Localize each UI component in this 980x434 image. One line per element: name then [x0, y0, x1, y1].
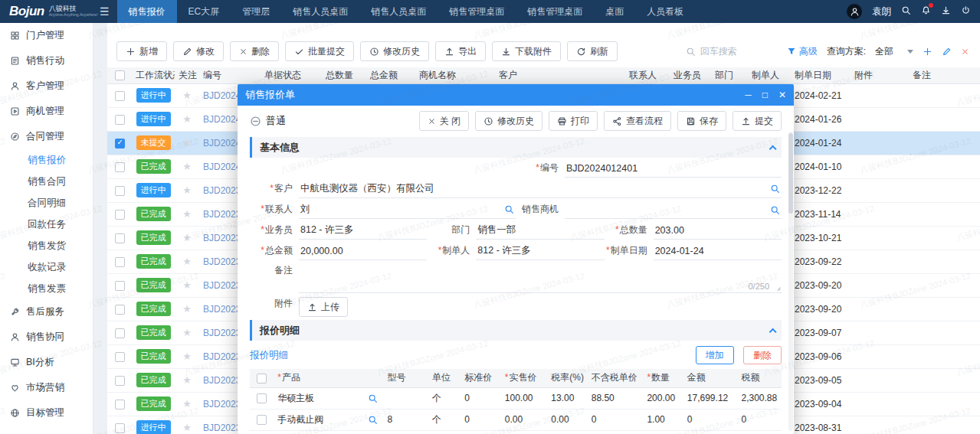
delete-plan-icon[interactable]: [961, 47, 969, 56]
download-center-icon[interactable]: [941, 5, 951, 18]
modal-titlebar[interactable]: 销售报价单 ─ □ ✕: [238, 84, 794, 106]
nav-tab-4[interactable]: 销售人员桌面: [359, 0, 438, 23]
add-button[interactable]: 新增: [116, 41, 167, 61]
remark-input[interactable]: 0/250: [299, 264, 782, 293]
opportunity-field[interactable]: [565, 203, 782, 219]
follow-star-icon[interactable]: ★: [182, 90, 192, 101]
follow-star-icon[interactable]: ★: [182, 351, 192, 362]
edit-button[interactable]: 修改: [173, 41, 224, 61]
delete-button[interactable]: 删除: [230, 41, 279, 61]
customer-field[interactable]: 中航电测仪器（西安）有限公司: [299, 181, 782, 198]
sidebar-item-bi[interactable]: BI分析: [0, 350, 93, 375]
sidebar-item-portal[interactable]: 门户管理: [0, 23, 93, 48]
search-icon[interactable]: [770, 184, 780, 194]
contact-field[interactable]: 刘: [299, 202, 516, 219]
follow-star-icon[interactable]: ★: [182, 113, 192, 125]
priority-indicator[interactable]: 普通: [250, 114, 286, 128]
sidebar-item-sales-invoice[interactable]: 销售发票: [0, 278, 93, 299]
follow-star-icon[interactable]: ★: [182, 161, 192, 172]
nav-tab-6[interactable]: 销售管理桌面: [516, 0, 594, 23]
modify-history-button[interactable]: 修改历史: [475, 111, 542, 131]
row-checkbox[interactable]: [115, 233, 125, 243]
nav-tab-3[interactable]: 销售人员桌面: [281, 0, 359, 23]
nav-tab-1[interactable]: EC大屏: [177, 0, 231, 23]
submit-button[interactable]: 提交: [733, 111, 782, 131]
amount-field[interactable]: 20,000.00: [299, 244, 427, 260]
notification-bell-icon[interactable]: [921, 5, 931, 18]
batch-submit-button[interactable]: 批量提交: [285, 41, 354, 61]
sidebar-item-customer[interactable]: 客户管理: [0, 73, 93, 99]
nav-tab-7[interactable]: 桌面: [594, 0, 635, 23]
print-button[interactable]: 打印: [549, 111, 598, 131]
close-icon[interactable]: ✕: [778, 90, 786, 100]
row-checkbox[interactable]: [115, 115, 125, 125]
row-checkbox[interactable]: [115, 257, 125, 267]
detail-row-checkbox[interactable]: [257, 393, 267, 403]
row-checkbox[interactable]: [115, 352, 125, 362]
product-search-icon[interactable]: [368, 415, 378, 425]
delete-row-button[interactable]: 删除: [743, 346, 782, 364]
power-icon[interactable]: [961, 5, 971, 18]
dept-field[interactable]: 销售一部: [476, 223, 604, 240]
row-checkbox[interactable]: [115, 400, 125, 410]
save-button[interactable]: 保存: [677, 111, 726, 131]
sidebar-item-sales-contract[interactable]: 销售合同: [0, 171, 93, 192]
row-checkbox[interactable]: [115, 91, 125, 101]
row-checkbox[interactable]: [115, 186, 125, 196]
detail-row-checkbox[interactable]: [257, 415, 267, 425]
sidebar-item-sales-quote[interactable]: 销售报价: [0, 149, 93, 171]
collapse-chevron-icon[interactable]: [769, 145, 777, 153]
code-field[interactable]: BJD2024012401: [565, 162, 782, 178]
modify-history-button[interactable]: 修改历史: [360, 41, 429, 61]
download-attachment-button[interactable]: 下载附件: [492, 41, 561, 61]
follow-star-icon[interactable]: ★: [182, 374, 192, 386]
select-all-checkbox[interactable]: [115, 70, 125, 80]
nav-tab-2[interactable]: 管理层: [231, 0, 281, 23]
detail-row[interactable]: 华硕主板个0100.0013.0088.50200.0017,699.122,3…: [250, 387, 782, 409]
follow-star-icon[interactable]: ★: [182, 398, 192, 410]
sidebar-item-target[interactable]: 目标管理: [0, 400, 93, 426]
export-button[interactable]: 导出: [435, 41, 486, 61]
maximize-icon[interactable]: □: [762, 90, 768, 100]
add-row-button[interactable]: 增加: [696, 346, 734, 364]
section-basic-info[interactable]: 基本信息: [250, 137, 782, 158]
sidebar-item-aftersale[interactable]: 售后服务: [0, 299, 93, 325]
section-quote-detail[interactable]: 报价明细: [250, 320, 782, 341]
detail-row[interactable]: 手动截止阀8个00.000.0001.0000: [250, 409, 782, 430]
sidebar-item-payback-task[interactable]: 回款任务: [0, 214, 93, 235]
sidebar-item-marketing[interactable]: 市场营销: [0, 375, 93, 400]
row-checkbox[interactable]: [115, 281, 125, 291]
refresh-button[interactable]: 刷新: [567, 41, 618, 61]
row-checkbox[interactable]: [115, 376, 125, 386]
creator-field[interactable]: 812 - 许三多: [476, 243, 604, 260]
follow-star-icon[interactable]: ★: [182, 327, 192, 338]
sidebar-item-opportunity[interactable]: 商机管理: [0, 99, 93, 124]
collapse-chevron-icon[interactable]: [769, 328, 777, 336]
sidebar-item-sales-delivery[interactable]: 销售发货: [0, 235, 93, 256]
sidebar-item-sales-collab[interactable]: 销售协同: [0, 325, 93, 350]
global-search-icon[interactable]: [901, 5, 911, 18]
nav-tab-5[interactable]: 销售管理桌面: [438, 0, 516, 23]
add-plan-icon[interactable]: [923, 47, 932, 57]
detail-tab[interactable]: 报价明细: [250, 349, 288, 362]
follow-star-icon[interactable]: ★: [182, 279, 192, 291]
edit-plan-icon[interactable]: [942, 47, 952, 57]
follow-star-icon[interactable]: ★: [182, 256, 192, 267]
sidebar-item-receipt-record[interactable]: 收款记录: [0, 256, 93, 278]
search-icon[interactable]: [504, 204, 514, 214]
search-input[interactable]: 回车搜索: [686, 45, 778, 58]
upload-button[interactable]: 上传: [299, 297, 348, 317]
salesman-field[interactable]: 812 - 许三多: [299, 223, 427, 240]
product-search-icon[interactable]: [368, 393, 378, 403]
row-checkbox[interactable]: [115, 328, 125, 338]
row-checkbox[interactable]: [115, 139, 125, 148]
menu-toggle-icon[interactable]: ☰: [100, 5, 110, 18]
follow-star-icon[interactable]: ★: [182, 422, 192, 433]
avatar[interactable]: [847, 4, 862, 19]
follow-star-icon[interactable]: ★: [182, 303, 192, 315]
row-checkbox[interactable]: [115, 305, 125, 315]
query-plan-select[interactable]: 全部: [875, 45, 913, 58]
sidebar-item-sales-action[interactable]: 销售行动: [0, 48, 93, 73]
view-flow-button[interactable]: 查看流程: [604, 111, 671, 131]
minimize-icon[interactable]: ─: [745, 90, 752, 100]
